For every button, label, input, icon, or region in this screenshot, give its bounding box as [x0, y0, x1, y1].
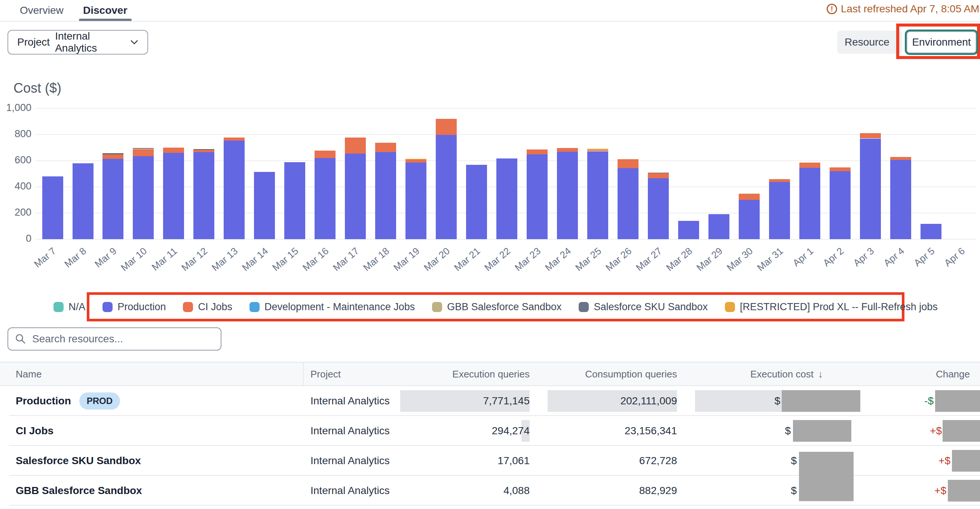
col-header-project[interactable]: Project	[310, 363, 341, 386]
execution-queries-cell: 7,771,145	[483, 386, 530, 416]
bar-mar-10-production[interactable]	[133, 156, 154, 239]
legend-item--restricted-prod-xl-full-refresh-jobs[interactable]: [RESTRICTED] Prod XL -- Full-Refresh job…	[725, 301, 938, 313]
bar-mar-26-production[interactable]	[617, 168, 638, 239]
execution-cost-prefix: $	[791, 476, 797, 506]
table-row-ci-jobs[interactable]: CI JobsInternal Analytics294,27423,156,3…	[0, 416, 980, 446]
bar-mar-8-production[interactable]	[73, 163, 94, 239]
bar-mar-9-ci-jobs[interactable]	[102, 154, 123, 159]
legend-item-gbb-salesforce-sandbox[interactable]: GBB Salesforce Sandbox	[432, 301, 562, 313]
bar-mar-9-production[interactable]	[102, 159, 123, 239]
bar-mar-28-production[interactable]	[678, 221, 699, 239]
bar-mar-27-ci-jobs[interactable]	[648, 173, 669, 178]
col-header-name[interactable]: Name	[16, 363, 41, 386]
bar-mar-20-ci-jobs[interactable]	[436, 119, 457, 135]
bar-mar-30-ci-jobs[interactable]	[739, 194, 760, 200]
bar-apr-1-production[interactable]	[799, 168, 820, 239]
x-tick-label: Mar 9	[82, 245, 119, 279]
bar-mar-25--restricted-prod-xl-full-refresh-jobs[interactable]	[587, 149, 608, 151]
legend-item-n-a[interactable]: N/A	[54, 301, 85, 313]
change-prefix: +$	[934, 476, 947, 506]
bar-mar-11-ci-jobs[interactable]	[163, 147, 184, 153]
legend-label: CI Jobs	[198, 301, 232, 313]
legend-item-production[interactable]: Production	[102, 301, 166, 313]
col-header-label: Consumption queries	[585, 368, 677, 380]
bar-mar-31-production[interactable]	[769, 182, 790, 239]
bar-apr-4-production[interactable]	[890, 160, 911, 239]
x-tick-label: Mar 21	[445, 245, 482, 279]
toggle-option-resource[interactable]: Resource	[837, 31, 897, 54]
bar-mar-27-production[interactable]	[648, 178, 669, 239]
bar-mar-13-production[interactable]	[224, 141, 245, 239]
bar-mar-31-ci-jobs[interactable]	[769, 179, 790, 182]
search-input[interactable]	[32, 333, 214, 345]
bar-apr-3-ci-jobs[interactable]	[860, 133, 881, 138]
bar-mar-15-production[interactable]	[284, 162, 305, 239]
col-header-consumption-queries[interactable]: Consumption queries	[585, 363, 677, 386]
bar-mar-10-salesforce-sku-sandbox[interactable]	[133, 148, 154, 149]
bar-mar-18-ci-jobs[interactable]	[375, 143, 396, 152]
x-tick-label: Mar 22	[476, 245, 513, 279]
bar-mar-16-ci-jobs[interactable]	[315, 151, 336, 158]
bar-mar-10-ci-jobs[interactable]	[133, 149, 154, 156]
bar-mar-12-ci-jobs[interactable]	[193, 150, 214, 152]
bar-mar-17-ci-jobs[interactable]	[345, 138, 366, 154]
x-tick-label: Mar 29	[687, 245, 725, 279]
bar-apr-3-production[interactable]	[860, 139, 881, 239]
col-header-execution-queries[interactable]: Execution queries	[452, 363, 530, 386]
bar-mar-27-salesforce-sku-sandbox[interactable]	[648, 173, 669, 173]
bar-mar-9-salesforce-sku-sandbox[interactable]	[102, 153, 123, 154]
bar-mar-29-production[interactable]	[708, 214, 729, 239]
col-header-change[interactable]: Change	[936, 363, 970, 386]
table-row-salesforce-sku-sandbox[interactable]: Salesforce SKU SandboxInternal Analytics…	[0, 446, 980, 476]
bar-mar-18-production[interactable]	[375, 152, 396, 239]
change-redaction	[948, 480, 980, 501]
search-box[interactable]	[8, 327, 221, 350]
legend-item-salesforce-sku-sandbox[interactable]: Salesforce SKU Sandbox	[579, 301, 708, 313]
bar-mar-12-salesforce-sku-sandbox[interactable]	[193, 149, 214, 150]
toggle-option-environment[interactable]: Environment	[907, 32, 976, 53]
col-header-label: Execution cost	[750, 368, 813, 380]
bar-mar-23-ci-jobs[interactable]	[527, 149, 547, 154]
project-filter-dropdown[interactable]: Project Internal Analytics	[8, 30, 148, 55]
bar-mar-7-production[interactable]	[42, 176, 63, 239]
y-tick-label: 400	[0, 181, 32, 192]
col-header-execution-cost[interactable]: Execution cost↓	[750, 363, 823, 386]
bar-mar-30-gbb-salesforce-sandbox[interactable]	[739, 193, 760, 194]
bar-mar-14-production[interactable]	[254, 172, 275, 239]
legend-item-ci-jobs[interactable]: CI Jobs	[183, 301, 232, 313]
x-tick-label: Apr 3	[839, 245, 877, 279]
bar-mar-24-production[interactable]	[557, 152, 578, 239]
execution-cost-redaction	[793, 420, 851, 442]
bar-apr-3-gbb-salesforce-sandbox[interactable]	[860, 133, 881, 133]
change-prefix: +$	[939, 446, 950, 476]
bar-mar-12-production[interactable]	[193, 152, 214, 239]
legend-item-development-maintenance-jobs[interactable]: Development - Maintenance Jobs	[250, 301, 415, 313]
bar-apr-2-production[interactable]	[830, 171, 851, 239]
warning-icon: !	[827, 4, 837, 14]
table-row-production[interactable]: ProductionPRODInternal Analytics7,771,14…	[0, 386, 980, 416]
bar-mar-24-ci-jobs[interactable]	[557, 148, 578, 152]
bar-mar-13-ci-jobs[interactable]	[224, 138, 245, 141]
bar-apr-1-ci-jobs[interactable]	[799, 163, 820, 168]
tab-overview[interactable]: Overview	[20, 5, 64, 16]
bar-mar-16-production[interactable]	[315, 158, 336, 239]
bar-mar-25-ci-jobs[interactable]	[587, 150, 608, 151]
bar-mar-21-production[interactable]	[466, 165, 487, 239]
tab-discover[interactable]: Discover	[83, 5, 127, 16]
bar-apr-5-production[interactable]	[921, 224, 942, 239]
bar-mar-17-production[interactable]	[345, 154, 366, 239]
bar-mar-19-production[interactable]	[406, 163, 426, 239]
bar-mar-25-production[interactable]	[587, 151, 608, 239]
bar-apr-2-ci-jobs[interactable]	[830, 167, 851, 171]
bar-mar-31-gbb-salesforce-sandbox[interactable]	[769, 179, 790, 179]
bar-mar-23-production[interactable]	[527, 154, 547, 239]
bar-mar-19--restricted-prod-xl-full-refresh-jobs[interactable]	[406, 159, 426, 160]
bar-mar-20-production[interactable]	[436, 135, 457, 239]
gridline-1000	[35, 108, 976, 109]
bar-mar-30-production[interactable]	[739, 200, 760, 239]
bar-mar-22-production[interactable]	[496, 159, 517, 239]
bar-mar-19-ci-jobs[interactable]	[406, 160, 426, 163]
bar-apr-4-ci-jobs[interactable]	[890, 157, 911, 160]
bar-mar-26-ci-jobs[interactable]	[617, 159, 638, 168]
bar-mar-11-production[interactable]	[163, 153, 184, 239]
